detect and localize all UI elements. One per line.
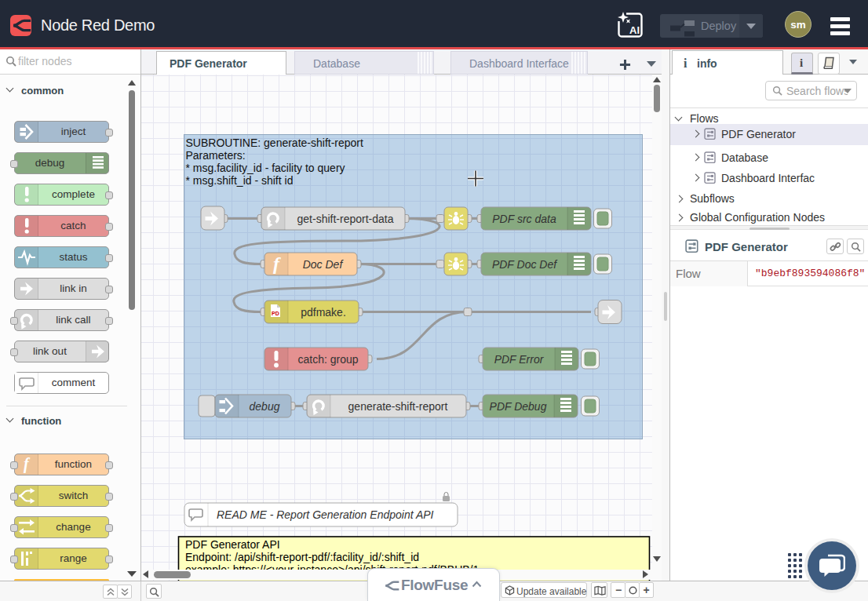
svg-text:* msg.shift_id - shift id: * msg.shift_id - shift id bbox=[186, 174, 294, 187]
svg-text:generate-shift-report: generate-shift-report bbox=[348, 400, 448, 413]
svg-text:Endpoint: /api/shift-report-pd: Endpoint: /api/shift-report-pdf/:facilit… bbox=[185, 551, 419, 563]
svg-text:SUBROUTINE: generate-shift-rep: SUBROUTINE: generate-shift-report bbox=[186, 137, 364, 149]
svg-text:* msg.facility_id - facility t: * msg.facility_id - facility to query bbox=[186, 162, 345, 174]
svg-text:pdfmake.: pdfmake. bbox=[301, 306, 346, 319]
svg-text:PDF Doc Def: PDF Doc Def bbox=[492, 258, 558, 271]
svg-text:debug: debug bbox=[250, 400, 280, 413]
svg-text:f: f bbox=[24, 455, 31, 473]
svg-text:Doc Def: Doc Def bbox=[303, 258, 345, 271]
svg-text:PDF Generator API: PDF Generator API bbox=[185, 538, 280, 551]
svg-text:PDF Debug: PDF Debug bbox=[490, 400, 547, 413]
svg-text:READ ME - Report Generation En: READ ME - Report Generation Endpoint API bbox=[217, 508, 434, 521]
svg-text:Parameters:: Parameters: bbox=[186, 149, 246, 162]
svg-text:PDF src data: PDF src data bbox=[492, 213, 556, 225]
svg-text:AI: AI bbox=[629, 24, 640, 36]
svg-text:PD: PD bbox=[272, 311, 279, 316]
svg-text:catch: group: catch: group bbox=[297, 353, 358, 366]
svg-text:get-shift-report-data: get-shift-report-data bbox=[297, 213, 394, 225]
svg-text:PDF Error: PDF Error bbox=[494, 353, 545, 366]
